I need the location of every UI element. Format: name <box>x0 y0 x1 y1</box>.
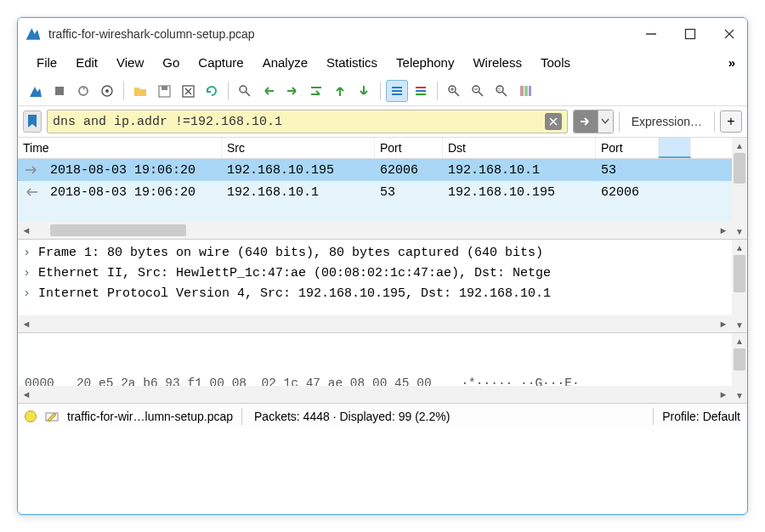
display-filter-bar: dns and ip.addr !=192.168.10.1 Expressio… <box>18 106 747 138</box>
wireshark-icon <box>25 25 42 42</box>
scroll-track[interactable] <box>732 255 747 317</box>
edit-capture-icon[interactable] <box>45 408 59 424</box>
restart-capture-icon[interactable] <box>72 80 94 102</box>
cell-time: 2018-08-03 19:06:20 <box>45 163 222 178</box>
scroll-down-icon[interactable]: ▼ <box>732 317 747 332</box>
menu-analyze[interactable]: Analyze <box>254 52 316 73</box>
scroll-down-icon[interactable]: ▼ <box>732 388 747 403</box>
scroll-thumb[interactable] <box>734 255 745 292</box>
cell-src: 192.168.10.1 <box>222 185 375 200</box>
go-to-packet-icon[interactable] <box>305 80 327 102</box>
menu-capture[interactable]: Capture <box>190 52 252 73</box>
hex-body[interactable]: 0000 20 e5 2a b6 93 f1 00 08 02 1c 47 ae… <box>18 333 747 386</box>
column-selected-blank[interactable] <box>659 138 691 158</box>
scroll-left-icon[interactable]: ◄ <box>18 319 35 329</box>
filter-clear-icon[interactable] <box>545 113 562 130</box>
hex-hscroll[interactable]: ◄ ► <box>18 386 747 403</box>
find-packet-icon[interactable] <box>234 80 256 102</box>
packet-details-body[interactable]: ›Frame 1: 80 bytes on wire (640 bits), 8… <box>18 240 747 315</box>
scroll-up-icon[interactable]: ▲ <box>732 240 747 255</box>
maximize-button[interactable] <box>683 26 698 42</box>
scroll-up-icon[interactable]: ▲ <box>732 333 747 348</box>
capture-options-icon[interactable] <box>96 80 118 102</box>
expand-icon[interactable]: › <box>23 243 31 263</box>
column-src-port[interactable]: Port <box>375 138 443 158</box>
scroll-track[interactable] <box>732 153 747 224</box>
column-dst[interactable]: Dst <box>443 138 596 158</box>
column-time[interactable]: Time <box>18 138 222 158</box>
menu-view[interactable]: View <box>108 52 152 73</box>
reload-file-icon[interactable] <box>201 80 223 102</box>
start-capture-icon[interactable] <box>25 80 47 102</box>
packet-row[interactable]: 2018-08-03 19:06:20 192.168.10.195 62006… <box>18 159 747 181</box>
menu-tools[interactable]: Tools <box>532 52 579 73</box>
expand-icon[interactable]: › <box>23 263 31 284</box>
minimize-button[interactable] <box>643 26 659 42</box>
details-vscroll[interactable]: ▲ ▼ <box>732 240 747 332</box>
scroll-left-icon[interactable]: ◄ <box>18 225 35 235</box>
status-file: traffic-for-wir…lumn-setup.pcap <box>67 410 233 423</box>
filter-bookmark-icon[interactable] <box>23 110 42 133</box>
expert-info-icon[interactable] <box>25 410 37 422</box>
scroll-thumb[interactable] <box>734 348 745 371</box>
details-hscroll[interactable]: ◄ ► <box>18 315 747 332</box>
scroll-left-icon[interactable]: ◄ <box>18 389 35 399</box>
go-forward-icon[interactable] <box>281 80 303 102</box>
zoom-reset-icon[interactable]: = <box>490 80 513 102</box>
zoom-in-icon[interactable] <box>443 80 465 102</box>
close-file-icon[interactable] <box>177 80 199 102</box>
hex-bytes: 20 e5 2a b6 93 f1 00 08 02 1c 47 ae 08 0… <box>76 376 432 386</box>
packet-list-body[interactable]: 2018-08-03 19:06:20 192.168.10.195 62006… <box>18 159 747 222</box>
expand-icon[interactable]: › <box>23 284 31 304</box>
svg-rect-31 <box>520 86 524 96</box>
apply-dropdown-icon[interactable] <box>598 110 613 133</box>
display-filter-input[interactable]: dns and ip.addr !=192.168.10.1 <box>47 110 568 133</box>
detail-line[interactable]: ›Internet Protocol Version 4, Src: 192.1… <box>23 284 742 304</box>
detail-line[interactable]: ›Ethernet II, Src: HewlettP_1c:47:ae (00… <box>23 263 742 284</box>
scroll-down-icon[interactable]: ▼ <box>732 224 747 239</box>
resize-columns-icon[interactable] <box>514 80 536 102</box>
detail-line[interactable]: ›Frame 1: 80 bytes on wire (640 bits), 8… <box>23 243 742 263</box>
menu-edit[interactable]: Edit <box>67 52 106 73</box>
menu-statistics[interactable]: Statistics <box>318 52 386 73</box>
menu-overflow[interactable]: » <box>723 52 740 73</box>
menubar: File Edit View Go Capture Analyze Statis… <box>18 50 747 78</box>
scroll-right-icon[interactable]: ► <box>715 225 732 235</box>
go-back-icon[interactable] <box>258 80 280 102</box>
stop-capture-icon[interactable] <box>48 80 71 102</box>
scroll-thumb[interactable] <box>50 224 186 236</box>
scroll-up-icon[interactable]: ▲ <box>732 138 747 153</box>
menu-file[interactable]: File <box>28 52 65 73</box>
column-dst-port[interactable]: Port <box>596 138 659 158</box>
close-button[interactable] <box>722 26 737 42</box>
menu-wireless[interactable]: Wireless <box>464 52 530 73</box>
zoom-out-icon[interactable] <box>467 80 489 102</box>
go-last-icon[interactable] <box>353 80 375 102</box>
save-file-icon[interactable] <box>153 80 175 102</box>
cell-sport: 62006 <box>375 163 443 178</box>
open-file-icon[interactable] <box>129 80 151 102</box>
scroll-track[interactable] <box>732 348 747 388</box>
cell-dport: 62006 <box>596 185 659 200</box>
packet-list-hscroll[interactable]: ◄ ► <box>18 222 747 239</box>
menu-go[interactable]: Go <box>154 52 188 73</box>
go-first-icon[interactable] <box>329 80 351 102</box>
hex-vscroll[interactable]: ▲ ▼ <box>732 333 747 403</box>
filter-add-button[interactable]: + <box>720 110 742 133</box>
filter-expression-button[interactable]: Expression… <box>625 115 709 128</box>
filter-apply-button[interactable] <box>573 110 614 133</box>
scroll-thumb[interactable] <box>734 153 745 184</box>
status-profile[interactable]: Profile: Default <box>662 410 740 423</box>
auto-scroll-icon[interactable] <box>386 80 408 102</box>
scroll-right-icon[interactable]: ► <box>715 389 732 399</box>
packet-row[interactable]: 2018-08-03 19:06:20 192.168.10.1 53 192.… <box>18 181 747 203</box>
packet-direction-icon <box>18 186 45 198</box>
packet-direction-icon <box>18 164 45 176</box>
hex-row[interactable]: 0000 20 e5 2a b6 93 f1 00 08 02 1c 47 ae… <box>25 374 740 386</box>
scroll-right-icon[interactable]: ► <box>715 319 732 329</box>
cell-dport: 53 <box>596 163 659 178</box>
packet-list-vscroll[interactable]: ▲ ▼ <box>732 138 747 239</box>
column-src[interactable]: Src <box>222 138 375 158</box>
colorize-icon[interactable] <box>410 80 432 102</box>
menu-telephony[interactable]: Telephony <box>388 52 462 73</box>
